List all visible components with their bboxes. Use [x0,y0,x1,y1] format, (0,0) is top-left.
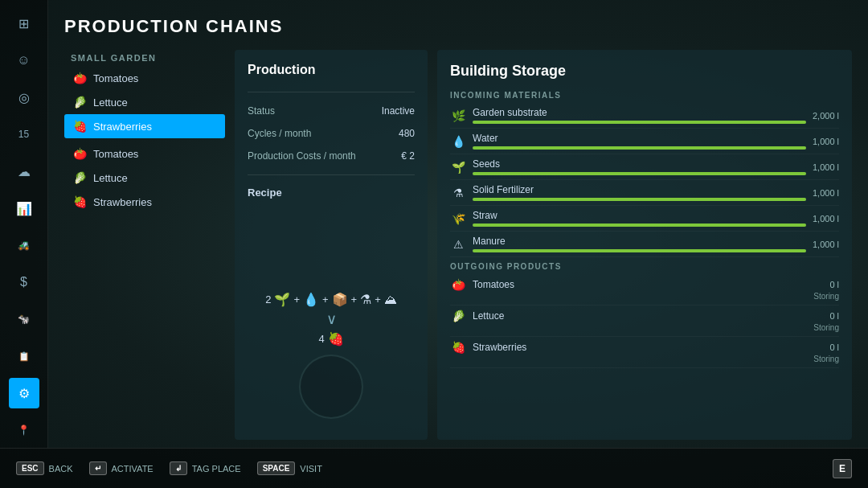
storage-item-straw: 🌾 Straw 1,000 l [450,206,839,232]
straw-amount: 1,000 l [813,214,839,223]
chain-item-lettuce-2[interactable]: 🥬 Lettuce [64,166,225,190]
kb-action-back[interactable]: ESC BACK [16,461,73,475]
straw-bar [473,223,806,227]
garden-substrate-bar-wrap [473,121,806,124]
seeds-icon: 🌱 [450,161,466,174]
outgoing-strawberries-status: Storing [450,355,839,363]
sidebar-item-tractor[interactable]: 🚜 [9,230,39,260]
chain-item-tomatoes-2[interactable]: 🍅 Tomatoes [64,141,225,166]
recipe-count: 2 [265,293,271,306]
stat-value-costs: € 2 [401,150,415,162]
storage-item-solid-fertilizer: ⚗ Solid Fertilizer 1,000 l [450,180,839,206]
water-storage-icon: 💧 [450,135,466,148]
outgoing-item-strawberries: 🍓 Strawberries 0 l Storing [450,337,839,368]
stat-label-cycles: Cycles / month [248,128,311,139]
outgoing-item-lettuce: 🥬 Lettuce 0 l Storing [450,306,839,337]
straw-storage-icon: 🌾 [450,212,466,225]
chain-item-tomatoes-1[interactable]: 🍅 Tomatoes [64,66,225,90]
storage-item-manure: ⚠ Manure 1,000 l [450,232,839,257]
chain-item-lettuce-1[interactable]: 🥬 Lettuce [64,90,225,114]
outgoing-strawberries-row: 🍓 Strawberries 0 l [450,341,839,354]
production-title: Production [248,63,415,77]
chain-group-1: 🍅 Tomatoes 🥬 Lettuce 🍓 Strawberries [64,66,225,138]
garden-substrate-amount: 2,000 l [813,111,839,121]
storage-item-seeds: 🌱 Seeds 1,000 l [450,154,839,180]
recipe-ingredients: 2 🌱 + 💧 + 📦 + ⚗ + ⛰ [265,292,397,307]
solid-fertilizer-info: Solid Fertilizer [473,184,806,201]
recipe-area: 2 🌱 + 💧 + 📦 + ⚗ + ⛰ ∨ 4 🍓 [248,211,415,427]
esc-key[interactable]: ESC [16,461,44,475]
stat-value-cycles: 480 [399,128,415,139]
water-icon: 💧 [303,292,319,307]
storage-item-garden-substrate: 🌿 Garden substrate 2,000 l [450,103,839,129]
sidebar-item-calendar[interactable]: 15 [9,119,39,150]
lettuce-icon: 🥬 [72,96,87,109]
e-key-badge[interactable]: E [833,459,852,478]
seeds-bar [473,172,806,175]
chain-item-label: Strawberries [93,121,152,133]
storage-title: Building Storage [450,63,839,80]
straw-bar-wrap [473,223,806,227]
chain-item-strawberries-2[interactable]: 🍓 Strawberries [64,190,225,214]
stat-row-status: Status Inactive [248,104,415,118]
stat-row-costs: Production Costs / month € 2 [248,149,415,163]
sidebar-item-contracts[interactable]: 📋 [9,341,39,371]
space-key[interactable]: SPACE [257,461,296,475]
visit-label: VISIT [300,464,322,474]
plus-3: + [351,293,358,306]
manure-icon: ⚠ [450,238,466,251]
sidebar-item-stats[interactable]: 📊 [9,193,39,223]
straw-info: Straw [473,210,806,227]
seedling-icon: 🌱 [274,292,290,307]
outgoing-tomatoes-row: 🍅 Tomatoes 0 l [450,278,839,291]
kb-action-visit[interactable]: SPACE VISIT [257,461,322,475]
solid-fertilizer-icon: ⚗ [450,187,466,199]
garden-substrate-bar [473,121,806,124]
storage-panel: Building Storage INCOMING MATERIALS 🌿 Ga… [437,50,852,440]
sidebar-item-people[interactable]: ☺ [9,45,39,76]
solid-fertilizer-name: Solid Fertilizer [473,184,806,195]
stat-value-status: Inactive [382,105,415,117]
outgoing-lettuce-status: Storing [450,323,839,332]
sidebar-item-weather[interactable]: ☁ [9,156,39,187]
sidebar-item-money[interactable]: $ [9,267,39,297]
page-title: PRODUCTION CHAINS [64,16,852,37]
garden-substrate-info: Garden substrate [473,107,806,124]
sidebar-item-steering[interactable]: ◎ [9,82,39,113]
production-panel: Production Status Inactive Cycles / mont… [235,50,428,440]
sidebar-item-production[interactable]: ⚙ [9,378,39,408]
output-strawberry-icon: 🍓 [328,331,344,347]
activate-key: ↵ [89,461,107,475]
bottom-bar: ESC BACK ↵ ACTIVATE ↲ TAG PLACE SPACE VI… [0,448,868,488]
sidebar-item-animals[interactable]: 🐄 [9,304,39,334]
garden-substrate-name: Garden substrate [473,107,806,118]
solid-fertilizer-bar [473,198,806,201]
sidebar-item-map[interactable]: ⊞ [9,8,39,39]
solid-fertilizer-amount: 1,000 l [813,188,839,198]
sidebar-item-missions[interactable]: 📍 [9,415,39,445]
chain-group-2: 🍅 Tomatoes 🥬 Lettuce 🍓 Strawberries [64,141,225,214]
manure-bar-wrap [473,249,806,252]
tag-key: ↲ [170,461,187,475]
garden-substrate-icon: 🌿 [450,109,466,122]
seeds-bar-wrap [473,172,806,175]
tomato-icon-2: 🍅 [72,147,87,160]
storage-item-water: 💧 Water 1,000 l [450,129,839,154]
water-bar-wrap [473,146,806,150]
kb-action-activate[interactable]: ↵ ACTIVATE [89,461,154,475]
outgoing-tomatoes-name: Tomatoes [473,279,514,290]
water-info: Water [473,133,806,150]
kb-action-tag-place[interactable]: ↲ TAG PLACE [170,461,241,475]
activate-label: ACTIVATE [112,464,154,474]
chain-item-strawberries-1[interactable]: 🍓 Strawberries [64,114,225,138]
output-count: 4 [318,333,324,345]
water-name: Water [473,133,806,144]
seeds-info: Seeds [473,158,806,175]
outgoing-lettuce-icon: 🥬 [450,310,466,322]
solid-fertilizer-bar-wrap [473,198,806,201]
manure-bar [473,249,806,252]
chain-item-label: Tomatoes [93,148,138,160]
straw-icon: ⛰ [384,293,397,307]
plus-4: + [375,293,381,306]
manure-amount: 1,000 l [813,240,839,249]
